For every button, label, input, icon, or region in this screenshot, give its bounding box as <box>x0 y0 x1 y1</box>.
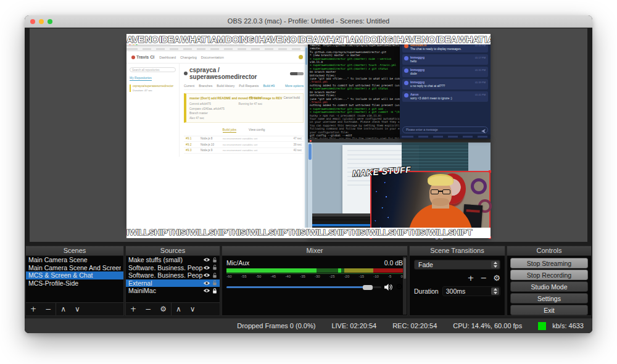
travis-build-card: master (Don't) add README and moved CB b… <box>184 93 304 123</box>
chat-avatar <box>404 44 408 48</box>
bitrate: kb/s: 4633 <box>552 322 584 329</box>
control-button[interactable]: Stop Streaming <box>510 258 588 268</box>
terminal-window-capture: remote: https://github.com/csprayca/supe… <box>308 38 400 139</box>
scene-up-button[interactable]: ∧ <box>56 303 70 315</box>
duration-label: Duration <box>414 287 439 295</box>
source-down-button[interactable]: ∨ <box>186 303 200 315</box>
chat-message: Aaron 01:41 PM sorry <3 didn't mean to i… <box>402 91 488 102</box>
scene-item[interactable]: MCS-Profile-Side <box>26 279 123 287</box>
preview-canvas[interactable]: AVE NO IDEA WHAT I AM DOING I HAVE NO ID… <box>30 28 587 242</box>
scenes-toolbar: + − ∧ ∨ <box>26 302 123 315</box>
scene-item[interactable]: MCS & Screen & Chat <box>26 271 123 279</box>
source-item[interactable]: Software. Business. Peop <box>126 264 220 272</box>
visibility-eye-icon[interactable] <box>203 273 210 278</box>
visibility-eye-icon[interactable] <box>203 257 210 262</box>
chat-avatar <box>404 68 408 73</box>
mixer-gear-icon[interactable]: ⚙ <box>395 281 403 293</box>
mixer-panel-title: Mixer <box>222 246 407 256</box>
volume-slider[interactable] <box>226 284 381 290</box>
cpu-fps: CPU: 14.4%, 60.00 fps <box>453 322 522 329</box>
scene-item[interactable]: Main Camera Scene And Screen <box>26 264 123 272</box>
dock: Scenes Main Camera SceneMain Camera Scen… <box>25 246 592 316</box>
speaker-icon[interactable] <box>384 284 392 291</box>
volume-meter <box>226 268 403 273</box>
rec-time: REC: 02:20:54 <box>392 322 437 329</box>
volume-slider-handle <box>363 285 373 290</box>
sources-toolbar: + − ⚙ ∧ ∨ <box>126 302 220 315</box>
remove-scene-button[interactable]: − <box>41 303 56 315</box>
travis-my-repositories-tab: My Repositories <box>130 76 152 81</box>
controls-buttons: Stop StreamingStop RecordingStudio ModeS… <box>507 256 591 315</box>
dropped-frames: Dropped Frames 0 (0.0%) <box>237 322 315 329</box>
controls-panel-title: Controls <box>507 246 591 256</box>
chat-message: knmeggyg 01:39 PM u no reply to chat at … <box>402 79 488 89</box>
travis-more-options: More options <box>285 84 304 88</box>
build-status-badge <box>290 72 304 75</box>
source-item[interactable]: MainiMac <box>126 287 220 295</box>
add-transition-button[interactable]: + <box>468 273 474 283</box>
duration-stepper[interactable] <box>491 287 499 295</box>
build-job-row: #9.3 Node.js 9 no environment variables … <box>184 148 304 154</box>
webcam-person-glasses <box>431 189 450 195</box>
selection-handle[interactable] <box>489 170 491 173</box>
sources-list: Make stuffs (small) <box>126 256 220 302</box>
source-up-button[interactable]: ∧ <box>172 303 186 315</box>
control-button[interactable]: Stop Recording <box>510 270 588 280</box>
add-scene-button[interactable]: + <box>26 303 41 315</box>
chat-avatar <box>404 93 408 97</box>
source-properties-gear-icon[interactable]: ⚙ <box>155 303 171 315</box>
marquee-top-overlay: AVE NO IDEA WHAT I AM DOING I HAVE NO ID… <box>126 34 491 44</box>
remove-source-button[interactable]: − <box>141 303 155 315</box>
webcam-person-hair <box>428 176 453 186</box>
scenes-list: Main Camera SceneMain Camera Scene And S… <box>26 256 123 302</box>
travis-avatar <box>299 55 303 59</box>
travis-repo-title: csprayca / superawesomedirector <box>184 67 304 80</box>
transition-select[interactable]: Fade <box>414 260 500 270</box>
control-button[interactable]: Settings <box>510 293 588 304</box>
build-job-row: #9.2 Node.js 10 no environment variables… <box>184 142 304 148</box>
chat-messages: Restream.io 01:45 PM The chat is ready t… <box>400 40 491 125</box>
chat-input: Please enter a message <box>402 126 488 133</box>
chat-message: knmeggyg 01:17 PM hello <box>402 54 488 65</box>
control-button[interactable]: Exit <box>510 305 588 315</box>
source-item[interactable]: Software. Business. Peop <box>126 271 220 279</box>
scene-composite: AVE NO IDEA WHAT I AM DOING I HAVE NO ID… <box>126 34 491 238</box>
transition-select-stepper[interactable] <box>491 261 499 268</box>
build-job-row: #9.1 Node.js 8 no environment variables … <box>184 136 304 143</box>
unlock-icon[interactable] <box>212 265 217 270</box>
travis-logo: Travis CI <box>131 55 154 59</box>
travis-tabs: CurrentBranchesBuild HistoryPull Request… <box>184 84 275 88</box>
duration-input[interactable]: 300ms <box>442 286 500 296</box>
mixer-panel: Mixer Mic/Aux 0.0 dB <box>222 246 408 316</box>
add-source-button[interactable]: + <box>126 303 141 315</box>
browser-bookmarks-bar <box>126 46 308 51</box>
visibility-eye-icon[interactable] <box>203 281 210 286</box>
titlebar[interactable]: OBS 22.0.3 (mac) - Profile: Untitled - S… <box>25 15 592 28</box>
scene-down-button[interactable]: ∨ <box>70 303 85 315</box>
volume-slider-fill <box>226 286 368 288</box>
transition-properties-gear-icon[interactable]: ⚙ <box>493 273 500 283</box>
source-item[interactable]: External <box>126 279 220 287</box>
visibility-eye-icon[interactable] <box>203 288 210 293</box>
source-item[interactable]: Make stuffs (small) <box>126 256 220 264</box>
build-subtabs: Build jobsView config <box>184 128 304 133</box>
mixer-scrollbar[interactable] <box>403 257 407 315</box>
main-area: AVE NO IDEA WHAT I AM DOING I HAVE NO ID… <box>25 28 592 333</box>
unlock-icon[interactable] <box>212 280 217 286</box>
scene-item[interactable]: Main Camera Scene <box>26 256 123 264</box>
travis-search-input: Search all repositories <box>130 67 176 72</box>
stream-health-indicator <box>538 322 546 330</box>
unlock-icon[interactable] <box>212 257 217 263</box>
travis-nav: DashboardChangelogDocumentation <box>159 56 224 59</box>
obs2-terminal <box>402 143 468 175</box>
lock-icon[interactable] <box>212 288 217 294</box>
transitions-panel: Scene Transitions Fade + − ⚙ D <box>409 246 505 316</box>
control-button[interactable]: Studio Mode <box>510 281 588 292</box>
terminal-output: remote: https://github.com/csprayca/supe… <box>308 43 400 139</box>
chat-avatar <box>404 56 408 60</box>
meter-scale: -60-55-50-45-40-35-30-25-20-15-10-50 <box>226 273 403 278</box>
visibility-eye-icon[interactable] <box>203 265 210 270</box>
unlock-icon[interactable] <box>212 273 217 278</box>
remove-transition-button[interactable]: − <box>480 273 487 283</box>
status-bar: Dropped Frames 0 (0.0%) LIVE: 02:20:54 R… <box>25 318 592 333</box>
